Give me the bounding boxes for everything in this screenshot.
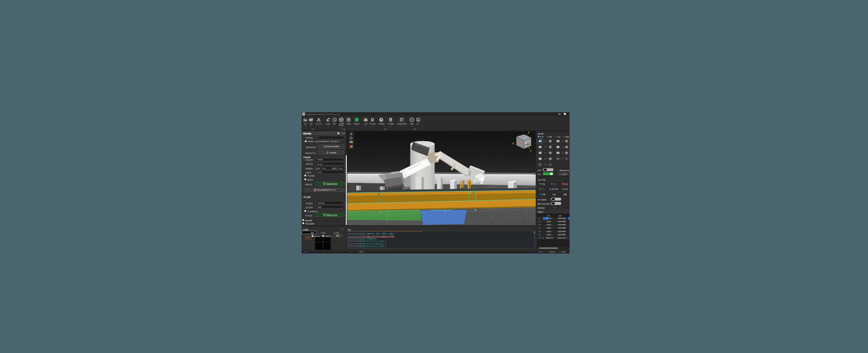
svg-text:VIEW: VIEW [520, 136, 525, 138]
svg-text:Z: Z [528, 131, 529, 134]
svg-text:?: ? [411, 119, 413, 121]
